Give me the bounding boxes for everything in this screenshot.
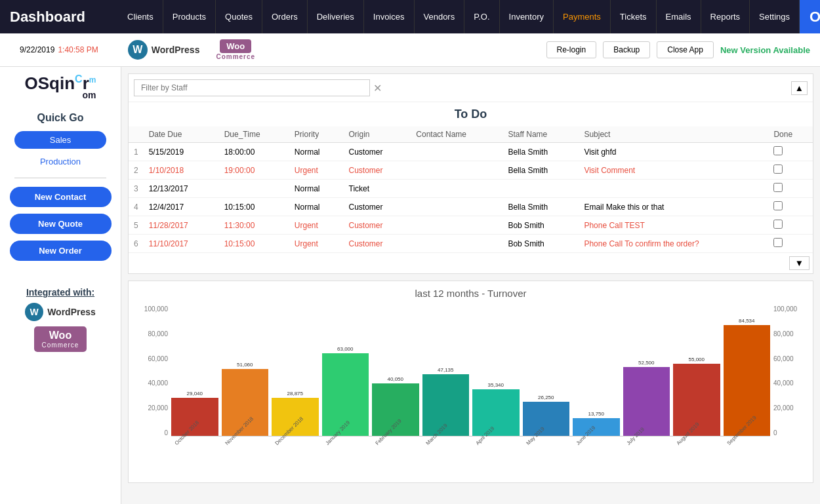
main-layout: OSqinCrm om Quick Go Sales Production Ne… bbox=[0, 67, 820, 504]
nav-po[interactable]: P.O. bbox=[464, 0, 499, 33]
bar-value-label: 29,040 bbox=[187, 391, 203, 397]
date-display: 9/22/2019 bbox=[20, 45, 54, 54]
nav-emails[interactable]: Emails bbox=[657, 0, 701, 33]
done-checkbox[interactable] bbox=[773, 220, 783, 229]
nav-inventory[interactable]: Inventory bbox=[500, 0, 554, 33]
backup-button[interactable]: Backup bbox=[603, 41, 650, 58]
row-num: 1 bbox=[129, 143, 144, 161]
nav-settings[interactable]: Settings bbox=[750, 0, 800, 33]
commerce-sidebar-label: Commerce bbox=[42, 341, 79, 349]
nav-invoices[interactable]: Invoices bbox=[364, 0, 415, 33]
bar-value-label: 47,135 bbox=[438, 367, 453, 373]
new-version-label: New Version Available bbox=[720, 45, 810, 55]
filter-bar: ✕ ▲ bbox=[129, 74, 813, 102]
row-priority: Urgent bbox=[289, 161, 344, 180]
bar-value-label: 35,340 bbox=[488, 382, 504, 388]
col-staff: Staff Name bbox=[502, 126, 579, 143]
bar-value-label: 52,500 bbox=[638, 360, 654, 366]
brand-title: Dashboard bbox=[0, 0, 118, 33]
new-contact-button[interactable]: New Contact bbox=[10, 187, 112, 207]
row-time bbox=[219, 180, 289, 198]
row-staff bbox=[502, 180, 579, 198]
row-date: 5/15/2019 bbox=[144, 143, 219, 161]
row-time: 18:00:00 bbox=[219, 143, 289, 161]
todo-card: ✕ ▲ To Do Date Due Due_Time Priority Ori… bbox=[128, 73, 813, 274]
expand-button[interactable]: ▼ bbox=[789, 256, 810, 270]
woo-sidebar-label: Woo bbox=[42, 330, 79, 341]
row-origin: Customer bbox=[344, 198, 411, 216]
done-checkbox[interactable] bbox=[773, 183, 783, 192]
row-time: 11:30:00 bbox=[219, 216, 289, 235]
row-date: 11/28/2017 bbox=[144, 216, 219, 235]
row-staff: Bella Smith bbox=[502, 198, 579, 216]
commerce-label: Commerce bbox=[216, 53, 255, 60]
nav-quotes[interactable]: Quotes bbox=[216, 0, 262, 33]
production-button[interactable]: Production bbox=[14, 153, 106, 170]
filter-clear-button[interactable]: ✕ bbox=[373, 82, 382, 94]
todo-table: Date Due Due_Time Priority Origin Contac… bbox=[129, 126, 813, 253]
row-priority: Normal bbox=[289, 180, 344, 198]
expand-section: ▼ bbox=[129, 253, 813, 273]
woocommerce-logo: Woo Commerce bbox=[216, 39, 255, 60]
chart-months: October 2018November 2018December 2018Ja… bbox=[171, 440, 770, 476]
nav-tickets[interactable]: Tickets bbox=[611, 0, 657, 33]
col-time: Due_Time bbox=[219, 126, 289, 143]
integrated-label: Integrated with: bbox=[25, 287, 96, 298]
col-done: Done bbox=[768, 126, 813, 143]
row-priority: Urgent bbox=[289, 235, 344, 253]
row-contact bbox=[411, 216, 502, 235]
bar-value-label: 40,050 bbox=[388, 376, 403, 382]
y-axis-right: 100,000 80,000 60,000 40,000 20,000 0 bbox=[770, 305, 806, 436]
done-checkbox[interactable] bbox=[773, 165, 783, 174]
row-priority: Normal bbox=[289, 143, 344, 161]
chart-wrapper: 100,000 80,000 60,000 40,000 20,000 0 29… bbox=[135, 305, 806, 476]
top-navigation: Dashboard Clients Products Quotes Orders… bbox=[0, 0, 820, 33]
wordpress-sidebar-icon: W bbox=[25, 303, 43, 321]
toolbar-buttons: Re-login Backup Close App New Version Av… bbox=[546, 41, 810, 58]
sales-button[interactable]: Sales bbox=[14, 131, 106, 149]
nav-clients[interactable]: Clients bbox=[118, 0, 163, 33]
done-checkbox[interactable] bbox=[773, 201, 783, 210]
relogin-button[interactable]: Re-login bbox=[546, 41, 597, 58]
wordpress-icon: W bbox=[128, 40, 148, 60]
new-quote-button[interactable]: New Quote bbox=[10, 214, 112, 234]
quick-go-title: Quick Go bbox=[37, 112, 83, 124]
nav-reports[interactable]: Reports bbox=[701, 0, 750, 33]
sidebar-divider-1 bbox=[14, 178, 106, 178]
row-contact bbox=[411, 143, 502, 161]
row-done bbox=[768, 143, 813, 161]
new-order-button[interactable]: New Order bbox=[10, 241, 112, 261]
row-done bbox=[768, 180, 813, 198]
filter-staff-input[interactable] bbox=[134, 79, 370, 96]
wordpress-label: WordPress bbox=[152, 45, 200, 55]
row-date: 1/10/2018 bbox=[144, 161, 219, 180]
chart-title: last 12 months - Turnover bbox=[135, 288, 806, 299]
table-row: 6 11/10/2017 10:15:00 Urgent Customer Bo… bbox=[129, 235, 813, 253]
bar-value-label: 51,060 bbox=[237, 362, 253, 368]
wordpress-logo: W WordPress bbox=[128, 40, 200, 60]
col-num bbox=[129, 126, 144, 143]
bars-container: 29,04051,06028,87563,00040,05047,13535,3… bbox=[171, 305, 770, 476]
row-date: 12/4/2017 bbox=[144, 198, 219, 216]
nav-payments[interactable]: Payments bbox=[554, 0, 611, 33]
table-row: 2 1/10/2018 19:00:00 Urgent Customer Bel… bbox=[129, 161, 813, 180]
nav-deliveries[interactable]: Deliveries bbox=[308, 0, 364, 33]
nav-orders[interactable]: Orders bbox=[262, 0, 308, 33]
row-staff: Bella Smith bbox=[502, 143, 579, 161]
bar-value-label: 55,000 bbox=[689, 357, 705, 362]
row-subject: Email Make this or that bbox=[579, 198, 768, 216]
bar-value-label: 84,534 bbox=[739, 318, 754, 324]
woo-badge: Woo bbox=[220, 39, 251, 53]
datetime-display: 9/22/2019 1:40:58 PM bbox=[10, 33, 108, 67]
row-contact bbox=[411, 161, 502, 180]
collapse-button[interactable]: ▲ bbox=[791, 81, 808, 95]
done-checkbox[interactable] bbox=[773, 146, 783, 155]
row-num: 2 bbox=[129, 161, 144, 180]
row-num: 6 bbox=[129, 235, 144, 253]
row-staff: Bob Smith bbox=[502, 235, 579, 253]
row-num: 4 bbox=[129, 198, 144, 216]
nav-vendors[interactable]: Vendors bbox=[415, 0, 465, 33]
nav-products[interactable]: Products bbox=[163, 0, 216, 33]
close-app-button[interactable]: Close App bbox=[657, 41, 714, 58]
done-checkbox[interactable] bbox=[773, 238, 783, 247]
